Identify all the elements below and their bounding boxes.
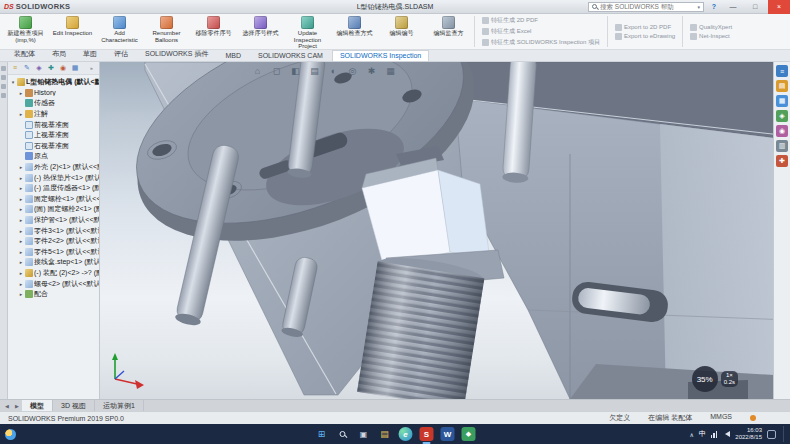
tree-item[interactable]: ▸ 零件3<1> (默认<<默认>_显示状态 — [10, 225, 99, 236]
taskbar-clock[interactable]: 16:03 2022/8/15 — [735, 427, 762, 441]
model-threaded-rod[interactable] — [357, 252, 486, 399]
expand-arrow-icon[interactable]: ▸ — [18, 164, 24, 170]
panel-tab-dimxpertmanager[interactable]: ✚ — [45, 62, 57, 74]
expand-arrow-icon[interactable]: ▸ — [18, 111, 24, 117]
model-canvas[interactable] — [100, 62, 790, 399]
expand-arrow-icon[interactable]: ▸ — [18, 206, 24, 212]
hidden-icons-chevron[interactable]: ∧ — [689, 431, 693, 438]
taskbar-edge-icon[interactable]: e — [399, 427, 413, 441]
ribbon-tab[interactable]: 评估 — [106, 47, 136, 61]
panel-overflow-icon[interactable]: » — [90, 65, 98, 71]
tree-item[interactable]: 原点 — [10, 151, 99, 162]
taskpane-design-library-icon[interactable]: ▤ — [776, 80, 788, 92]
tab-scroll-right-icon[interactable]: ▶ — [12, 400, 22, 411]
tree-item[interactable]: ▾ L型铂铑热电偶 (默认<默认_显示状态-1 — [10, 77, 99, 88]
taskbar-app-icon[interactable]: ◆ — [462, 427, 476, 441]
help-search-box[interactable]: ▾ — [588, 2, 704, 12]
taskpane-appearances-icon[interactable]: ◉ — [776, 125, 788, 137]
ribbon-tab[interactable]: SOLIDWORKS 插件 — [137, 47, 216, 61]
tree-item[interactable]: ▸ 接线盒.step<1> (默认<<默认> — [10, 257, 99, 268]
ribbon-button[interactable]: 编辑编号 — [378, 14, 425, 49]
edit-appearance-icon[interactable]: ✱ — [364, 64, 379, 77]
taskbar-start-button[interactable]: ⊞ — [315, 427, 329, 441]
expand-arrow-icon[interactable]: ▸ — [18, 228, 24, 234]
expand-arrow-icon[interactable]: ▸ — [18, 259, 24, 265]
help-button[interactable]: ? — [708, 3, 720, 10]
minimize-button[interactable]: — — [724, 0, 742, 14]
panel-tab-configurationmanager[interactable]: ◈ — [33, 62, 45, 74]
notification-center-icon[interactable] — [767, 430, 776, 439]
tree-item[interactable]: ▸ 零件5<1> (默认<<默认>_显示状 — [10, 247, 99, 258]
expand-arrow-icon[interactable]: ▸ — [18, 270, 24, 276]
search-input[interactable] — [600, 3, 694, 10]
ribbon-stack-button[interactable]: 特征生成 2D PDF — [482, 16, 600, 25]
taskbar-file-explorer-icon[interactable]: ▤ — [378, 427, 392, 441]
network-icon[interactable] — [711, 431, 718, 438]
ribbon-tab[interactable]: 布局 — [44, 47, 74, 61]
ribbon-stack-button[interactable]: Export to 2D PDF — [615, 24, 675, 31]
tree-item[interactable]: 传感器 — [10, 98, 99, 109]
panel-tab-displaymanager[interactable]: ◉ — [57, 62, 69, 74]
ribbon-button[interactable]: 新建检查项目 (imp,%) — [2, 14, 49, 49]
document-tab[interactable]: 3D 视图 — [53, 400, 95, 411]
expand-arrow-icon[interactable]: ▸ — [18, 90, 24, 96]
tree-item[interactable]: ▸ 零件2<2> (默认<<默认>_显示状 — [10, 236, 99, 247]
close-button[interactable]: × — [768, 0, 790, 14]
taskpane-inspection-icon[interactable]: ✚ — [776, 155, 788, 167]
expand-arrow-icon[interactable]: ▸ — [18, 238, 24, 244]
ribbon-button[interactable]: 编辑检查方式 — [331, 14, 378, 49]
taskbar-word-icon[interactable]: W — [441, 427, 455, 441]
section-view-icon[interactable]: ◧ — [288, 64, 303, 77]
ribbon-button[interactable]: Update Inspection Project — [284, 14, 331, 49]
zoom-fit-icon[interactable]: ⌂ — [250, 64, 265, 77]
ribbon-stack-button[interactable]: Net-Inspect — [690, 33, 732, 40]
ribbon-stack-button[interactable]: 特征生成 SOLIDWORKS Inspection 项目 — [482, 38, 600, 47]
tab-scroll-left-icon[interactable]: ◀ — [2, 400, 12, 411]
ribbon-button[interactable]: 编辑监查方 — [425, 14, 472, 49]
tree-item[interactable]: ▸ 注解 — [10, 109, 99, 120]
taskbar-widget-icon[interactable] — [5, 429, 16, 440]
tree-item[interactable]: 上视基准面 — [10, 130, 99, 141]
expand-arrow-icon[interactable]: ▸ — [18, 185, 24, 191]
dock-icon[interactable] — [1, 66, 6, 71]
ribbon-stack-button[interactable]: QualityXpert — [690, 24, 732, 31]
taskbar-task-view-button[interactable]: ▣ — [357, 427, 371, 441]
taskpane-file-explorer-icon[interactable]: ▦ — [776, 95, 788, 107]
ribbon-button[interactable]: 选择序号样式 — [237, 14, 284, 49]
expand-arrow-icon[interactable]: ▸ — [18, 196, 24, 202]
ribbon-tab[interactable]: SOLIDWORKS CAM — [250, 50, 331, 61]
ribbon-tab[interactable]: 装配体 — [6, 47, 43, 61]
tree-item[interactable]: ▸ History — [10, 88, 99, 99]
expand-arrow-icon[interactable]: ▸ — [18, 281, 24, 287]
document-tab[interactable]: 模型 — [22, 400, 53, 411]
apply-scene-icon[interactable]: ▦ — [383, 64, 398, 77]
expand-arrow-icon[interactable]: ▸ — [18, 217, 24, 223]
expand-arrow-icon[interactable]: ▸ — [18, 175, 24, 181]
volume-icon[interactable] — [722, 431, 730, 437]
tree-item[interactable]: ▸ (-) 热保垫片<1> (默认<<默认>_显 — [10, 172, 99, 183]
dock-icon[interactable] — [1, 84, 6, 89]
ribbon-stack-button[interactable]: 特征生成 Excel — [482, 27, 600, 36]
graphics-viewport[interactable]: ⌂ ◻ ◧ ▤ ◐ — [100, 62, 790, 399]
ribbon-button[interactable]: Edit Inspection — [49, 14, 96, 49]
taskpane-resources-icon[interactable]: ≡ — [776, 65, 788, 77]
dock-icon[interactable] — [1, 75, 6, 80]
ribbon-stack-button[interactable]: Export to eDrawing — [615, 33, 675, 40]
ribbon-tab[interactable]: SOLIDWORKS Inspection — [332, 50, 429, 61]
taskbar-solidworks-icon[interactable]: S — [420, 427, 434, 441]
search-caret-icon[interactable]: ▾ — [697, 4, 700, 10]
taskpane-view-palette-icon[interactable]: ◈ — [776, 110, 788, 122]
tree-item[interactable]: 前视基准面 — [10, 119, 99, 130]
taskbar-search-button[interactable] — [336, 427, 350, 441]
tree-item[interactable]: ▸ (-) 温度传感器<1> (默认<<默认> — [10, 183, 99, 194]
tree-item[interactable]: ▸ 外壳 (2)<1> (默认<<默认>_显示状 — [10, 162, 99, 173]
solidworks-logo[interactable]: DS SOLIDWORKS — [4, 2, 70, 11]
tree-item[interactable]: ▸ 配合 — [10, 289, 99, 300]
ribbon-button[interactable]: 移除零件序号 — [190, 14, 237, 49]
tree-item[interactable]: ▸ (固) 固定螺栓2<1> (默认<<默认 — [10, 204, 99, 215]
view-orientation-icon[interactable]: ▤ — [307, 64, 322, 77]
dock-icon[interactable] — [1, 93, 6, 98]
panel-tab-featuremanager[interactable]: ≡ — [9, 62, 21, 74]
expand-arrow-icon[interactable]: ▸ — [18, 291, 24, 297]
zoom-level-badge[interactable]: 35% — [692, 366, 718, 392]
